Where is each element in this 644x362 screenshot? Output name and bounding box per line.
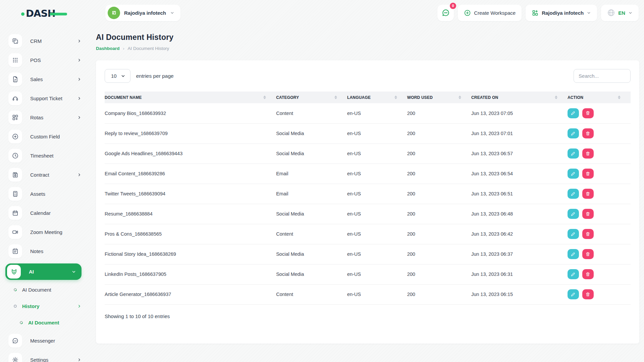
sidebar-item-crm[interactable]: CRM — [8, 34, 82, 48]
sidebar-item-label: Assets — [30, 191, 45, 197]
delete-button[interactable] — [582, 128, 594, 138]
sidebar-item-label: CRM — [30, 38, 42, 44]
edit-button[interactable] — [568, 108, 579, 118]
sidebar-item-pos[interactable]: POS — [8, 53, 82, 67]
category-cell: Content — [276, 103, 347, 123]
sidebar-item-support-ticket[interactable]: Support Ticket — [8, 92, 82, 105]
created-on-cell: Jun 13, 2023 06:54 — [471, 164, 568, 184]
delete-button[interactable] — [582, 289, 594, 299]
sidebar-item-rotas[interactable]: Rotas — [8, 111, 82, 124]
column-header-document-name[interactable]: Document Name — [105, 92, 276, 103]
delete-button[interactable] — [582, 169, 594, 179]
edit-button[interactable] — [568, 189, 579, 199]
column-header-action[interactable]: Action — [568, 92, 631, 103]
sort-icon — [394, 96, 397, 99]
chevron-right-icon — [77, 96, 82, 101]
language-cell: en-US — [347, 164, 407, 184]
messages-button[interactable]: 0 — [437, 5, 454, 21]
language-selector[interactable]: EN — [601, 5, 639, 21]
delete-button[interactable] — [582, 229, 594, 239]
sidebar-item-sales[interactable]: Sales — [8, 72, 82, 86]
sidebar-item-contract[interactable]: Contract — [8, 168, 82, 182]
pos-icon — [8, 53, 22, 67]
sidebar-item-custom-field[interactable]: Custom Field — [8, 130, 82, 143]
page-size-select[interactable]: 10 — [105, 69, 130, 83]
sidebar-item-calendar[interactable]: Calendar — [8, 206, 82, 220]
sidebar-item-zoom-meeting[interactable]: Zoom Meeting — [8, 225, 82, 239]
edit-button[interactable] — [568, 148, 579, 159]
chevron-right-icon — [77, 173, 82, 177]
language-cell: en-US — [347, 204, 407, 224]
trash-icon — [585, 151, 590, 156]
edit-button[interactable] — [568, 249, 579, 259]
column-header-word-used[interactable]: Word Used — [407, 92, 471, 103]
column-header-category[interactable]: Category — [276, 92, 347, 103]
calculator-icon — [8, 187, 22, 201]
clock-icon — [8, 149, 22, 163]
created-on-cell: Jun 13, 2023 06:15 — [471, 284, 568, 304]
delete-button[interactable] — [582, 148, 594, 159]
sidebar-subitem-ai-document[interactable]: AI Document — [14, 285, 82, 295]
delete-button[interactable] — [582, 249, 594, 259]
language-cell: en-US — [347, 224, 407, 244]
page-size-value: 10 — [111, 73, 117, 79]
edit-button[interactable] — [568, 169, 579, 179]
breadcrumb-dashboard-link[interactable]: Dashboard — [96, 46, 120, 51]
sidebar-item-ai[interactable]: AI — [5, 263, 82, 280]
globe-icon — [607, 9, 615, 17]
action-cell — [568, 184, 631, 204]
create-workspace-button[interactable]: Create Workspace — [458, 5, 522, 21]
chevron-down-icon — [121, 74, 125, 78]
delete-button[interactable] — [582, 108, 594, 118]
sidebar-item-assets[interactable]: Assets — [8, 187, 82, 201]
document-name-cell: Resume_1686638884 — [105, 204, 276, 224]
chevron-right-icon — [77, 58, 82, 62]
word-used-cell: 200 — [407, 204, 471, 224]
language-cell: en-US — [347, 184, 407, 204]
sidebar-subitem-label: AI Document — [22, 287, 51, 293]
language-cell: en-US — [347, 244, 407, 264]
video-camera-icon — [8, 225, 22, 239]
table-row: LinkedIn Posts_1686637905 Social Media e… — [105, 264, 631, 284]
dash-logo: DASH — [21, 6, 71, 19]
column-header-language[interactable]: Language — [347, 92, 407, 103]
sidebar-subitem-history[interactable]: History — [14, 301, 82, 311]
messenger-icon — [8, 334, 22, 348]
workspace-selector[interactable]: Rajodiya infotech — [105, 5, 180, 21]
sidebar-item-messenger[interactable]: Messenger — [8, 334, 82, 348]
sidebar-subitem-history-ai-document[interactable]: AI Document — [20, 317, 82, 327]
account-menu-button[interactable]: Rajodiya infotech — [526, 5, 597, 21]
created-on-cell: Jun 13, 2023 06:31 — [471, 264, 568, 284]
trash-icon — [585, 232, 590, 237]
sidebar-item-label: Sales — [30, 76, 43, 82]
chevron-right-icon — [77, 39, 82, 43]
pencil-icon — [571, 191, 576, 196]
column-header-created-on[interactable]: Created On — [471, 92, 568, 103]
edit-button[interactable] — [568, 269, 579, 279]
word-used-cell: 200 — [407, 184, 471, 204]
edit-button[interactable] — [568, 229, 579, 239]
delete-button[interactable] — [582, 269, 594, 279]
sidebar-item-label: Messenger — [30, 338, 55, 344]
sidebar-item-settings[interactable]: Settings — [8, 353, 82, 362]
table-row: Reply to review_1686639709 Social Media … — [105, 123, 631, 143]
language-cell: en-US — [347, 123, 407, 143]
edit-button[interactable] — [568, 128, 579, 138]
edit-button[interactable] — [568, 209, 579, 219]
pencil-icon — [571, 131, 576, 136]
action-cell — [568, 123, 631, 143]
sidebar-item-notes[interactable]: Notes — [8, 244, 82, 258]
search-input[interactable] — [574, 69, 631, 83]
notes-icon — [8, 244, 22, 258]
workspace-logo-icon — [111, 9, 117, 16]
sidebar-item-label: AI — [29, 269, 34, 275]
bullet-icon — [19, 320, 23, 325]
sidebar-item-timesheet[interactable]: Timesheet — [8, 149, 82, 163]
sidebar-item-label: Custom Field — [30, 134, 60, 139]
delete-button[interactable] — [582, 189, 594, 199]
delete-button[interactable] — [582, 209, 594, 219]
table-row: Resume_1686638884 Social Media en-US 200… — [105, 204, 631, 224]
trash-icon — [585, 272, 590, 277]
edit-button[interactable] — [568, 289, 579, 299]
top-header: DASH Rajodiya infotech 0 Create Workspac… — [0, 0, 644, 22]
